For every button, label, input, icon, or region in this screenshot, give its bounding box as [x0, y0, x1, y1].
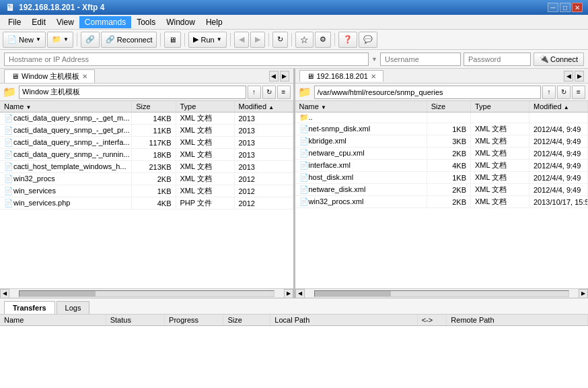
right-scroll-right[interactable]: ▶ [579, 289, 588, 298]
left-path-btn-1[interactable]: ↑ [248, 86, 261, 99]
list-item[interactable]: 📄netware_cpu.xml 2KB XML 文档 2012/4/4, 9:… [295, 148, 588, 160]
right-scroll-thumb[interactable] [315, 291, 391, 296]
list-item[interactable]: 📄cacti_host_template_windows_h... 213KB … [0, 161, 293, 173]
left-path-folder-icon: 📁 [3, 86, 16, 98]
list-item[interactable]: 📄kbridge.xml 3KB XML 文档 2012/4/4, 9:49 [295, 135, 588, 148]
list-item[interactable]: 📄net-snmp_disk.xml 1KB XML 文档 2012/4/4, … [295, 123, 588, 135]
connect-button[interactable]: 🔌 Connect [534, 53, 584, 66]
left-panel: 🖥 Window 主机模板 ✕ ◀ ▶ 📁 ↑ ↻ ≡ Name ▼ [0, 69, 294, 298]
right-scrollbar[interactable]: ◀ ▶ [295, 288, 589, 298]
list-item[interactable]: 📁.. [295, 112, 588, 123]
app-icon: 🖥 [5, 2, 15, 13]
list-item[interactable]: 📄cacti_data_query_snmp_-_interfa... 117K… [0, 137, 293, 149]
file-modified: 2013 [234, 161, 293, 173]
list-item[interactable]: 📄win_services 1KB XML 文档 2012 [0, 185, 293, 197]
left-panel-tab-close[interactable]: ✕ [82, 73, 87, 80]
left-path-input[interactable] [19, 86, 246, 99]
bookmark-button[interactable]: ☆ [295, 32, 314, 48]
settings-button[interactable]: ⚙ [315, 32, 331, 48]
chain-button[interactable]: 🔗 [81, 32, 100, 48]
left-panel-prev[interactable]: ◀ [269, 71, 279, 82]
file-icon: 📄 [299, 197, 309, 205]
right-path-input[interactable] [314, 86, 542, 99]
list-item[interactable]: 📄win_services.php 4KB PHP 文件 2012 [0, 197, 293, 209]
username-input[interactable] [380, 53, 461, 66]
right-col-modified[interactable]: Modified ▲ [529, 101, 588, 112]
forward-button[interactable]: ▶ [250, 32, 265, 48]
list-item[interactable]: 📄cacti_data_query_snmp_-_runnin... 18KB … [0, 149, 293, 161]
list-item[interactable]: 📄cacti_data_query_snmp_-_get_pr... 11KB … [0, 125, 293, 137]
file-modified: 2012/4/4, 9:49 [529, 172, 588, 184]
right-panel-prev[interactable]: ◀ [564, 71, 573, 82]
left-scroll-thumb[interactable] [20, 291, 96, 296]
right-col-size[interactable]: Size [427, 101, 470, 112]
right-panel-tab[interactable]: 🖥 192.168.18.201 ✕ [299, 70, 383, 82]
tab-logs[interactable]: Logs [57, 301, 90, 314]
run-button[interactable]: ▶ Run ▼ [188, 32, 226, 48]
right-panel-tab-close[interactable]: ✕ [371, 73, 376, 80]
left-scrollbar[interactable]: ◀ ▶ [0, 288, 293, 298]
new-button[interactable]: 📄 New ▼ [3, 32, 46, 48]
transfer-col-localpath[interactable]: Local Path [270, 315, 417, 326]
help-button[interactable]: ❓ [338, 32, 357, 48]
separator-2 [160, 33, 161, 46]
reconnect-button[interactable]: 🔗 Reconnect [101, 32, 157, 48]
left-path-btn-3[interactable]: ≡ [277, 86, 291, 99]
left-panel-next[interactable]: ▶ [280, 71, 289, 82]
toolbar: 📄 New ▼ 📁 ▼ 🔗 🔗 Reconnect 🖥 ▶ Run ▼ ◀ ▶ … [0, 30, 588, 50]
connect-icon: 🔌 [540, 55, 549, 63]
list-item[interactable]: 📄win32_procs.xml 2KB XML 文档 2013/10/17, … [295, 196, 588, 208]
tab-transfers[interactable]: Transfers [4, 301, 55, 314]
right-scroll-track[interactable] [314, 290, 570, 297]
password-input[interactable] [464, 53, 531, 66]
menu-commands[interactable]: Commands [79, 16, 131, 28]
menu-file[interactable]: File [3, 16, 26, 28]
right-col-name[interactable]: Name ▼ [295, 101, 427, 112]
transfer-col-size[interactable]: Size [223, 315, 270, 326]
transfer-col-progress[interactable]: Progress [165, 315, 223, 326]
menu-edit[interactable]: Edit [26, 16, 51, 28]
right-path-btn-3[interactable]: ≡ [572, 86, 585, 99]
right-path-btn-2[interactable]: ↻ [557, 86, 571, 99]
right-col-type[interactable]: Type [471, 101, 529, 112]
file-icon: 📄 [299, 137, 309, 145]
hostname-input[interactable] [4, 53, 369, 66]
right-path-btn-1[interactable]: ↑ [542, 86, 556, 99]
file-size: 2KB [427, 148, 470, 160]
minimize-button[interactable]: ─ [548, 3, 558, 12]
left-col-name[interactable]: Name ▼ [0, 101, 132, 112]
list-item[interactable]: 📄win32_procs 2KB XML 文档 2012 [0, 173, 293, 185]
folder-button[interactable]: 📁 ▼ [47, 32, 73, 48]
left-scroll-track[interactable] [19, 290, 274, 297]
transfer-col-arrow[interactable]: <-> [417, 315, 447, 326]
left-panel-tab[interactable]: 🖥 Window 主机模板 ✕ [4, 69, 95, 83]
menu-window[interactable]: Window [161, 16, 200, 28]
back-button[interactable]: ◀ [234, 32, 249, 48]
transfer-col-remotepath[interactable]: Remote Path [447, 315, 588, 326]
left-col-modified[interactable]: Modified ▲ [234, 101, 293, 112]
close-button[interactable]: ✕ [572, 3, 583, 12]
screen-button[interactable]: 🖥 [164, 32, 181, 48]
refresh-button[interactable]: ↻ [272, 32, 288, 48]
left-col-type[interactable]: Type [176, 101, 234, 112]
left-path-btn-2[interactable]: ↻ [262, 86, 276, 99]
chat-button[interactable]: 💬 [359, 32, 377, 48]
left-scroll-left[interactable]: ◀ [0, 289, 9, 298]
list-item[interactable]: 📄host_disk.xml 1KB XML 文档 2012/4/4, 9:49 [295, 172, 588, 184]
maximize-button[interactable]: □ [560, 3, 571, 12]
right-panel-next[interactable]: ▶ [575, 71, 584, 82]
right-scroll-left[interactable]: ◀ [295, 289, 305, 298]
menu-help[interactable]: Help [200, 16, 228, 28]
menu-view[interactable]: View [51, 16, 79, 28]
list-item[interactable]: 📄interface.xml 4KB XML 文档 2012/4/4, 9:49 [295, 160, 588, 172]
list-item[interactable]: 📄cacti_data_query_snmp_-_get_m... 14KB X… [0, 112, 293, 125]
left-col-size[interactable]: Size [132, 101, 176, 112]
file-name: 📄netware_cpu.xml [295, 148, 427, 160]
menu-tools[interactable]: Tools [131, 16, 161, 28]
list-item[interactable]: 📄netware_disk.xml 2KB XML 文档 2012/4/4, 9… [295, 184, 588, 196]
left-scroll-right[interactable]: ▶ [284, 289, 293, 298]
right-panel: 🖥 192.168.18.201 ✕ ◀ ▶ 📁 ↑ ↻ ≡ Name ▼ [295, 69, 589, 298]
transfer-col-name[interactable]: Name [0, 315, 106, 326]
hostname-dropdown-arrow[interactable]: ▼ [371, 56, 377, 63]
transfer-col-status[interactable]: Status [106, 315, 164, 326]
